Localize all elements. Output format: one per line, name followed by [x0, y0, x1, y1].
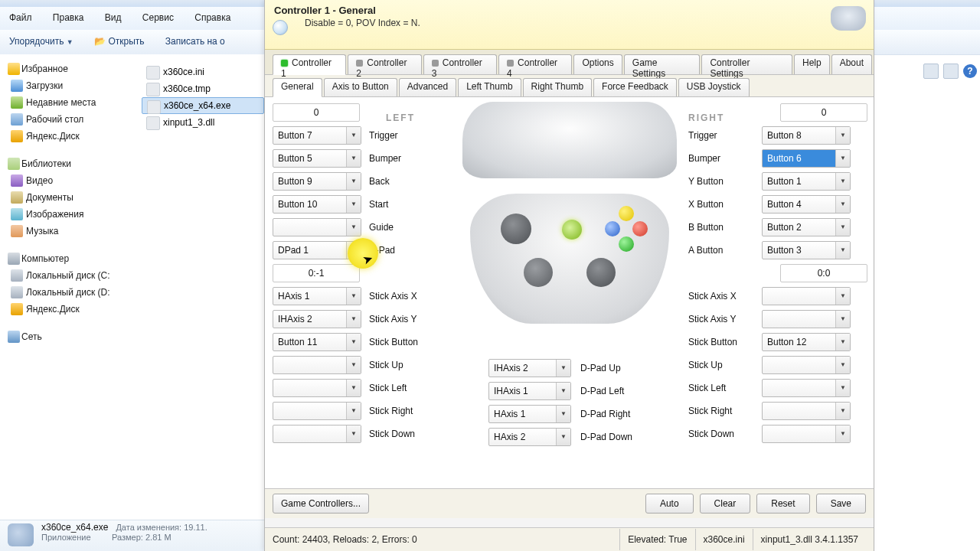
combo-left-stick-down[interactable]: ▼ [273, 425, 361, 443]
combo-right-stick-down[interactable]: ▼ [762, 425, 851, 443]
combo-left-stick-btn[interactable]: Button 11▼ [273, 333, 361, 351]
tab-controller-1[interactable]: Controller 1 [273, 54, 346, 75]
combo-a-button[interactable]: Button 3▼ [762, 241, 851, 259]
combo-dpad-down[interactable]: HAxis 2▼ [488, 428, 571, 446]
nav-documents[interactable]: Документы [0, 189, 142, 206]
combo-left-stick-left[interactable]: ▼ [273, 379, 361, 397]
nav-music[interactable]: Музыка [0, 223, 142, 240]
file-item[interactable]: x360ce.ini [142, 64, 264, 80]
combo-left-trigger[interactable]: Button 7▼ [273, 126, 361, 145]
nav-favorites[interactable]: Избранное [0, 60, 142, 77]
label-y-button: Y Button [688, 176, 754, 187]
combo-right-stick-x[interactable]: ▼ [762, 287, 851, 305]
save-button[interactable]: Save [816, 494, 866, 514]
clear-button[interactable]: Clear [700, 494, 751, 514]
tab-force-feedback[interactable]: Force Feedback [593, 78, 677, 96]
label-stick-button: Stick Button [369, 337, 418, 347]
tab-right-thumb[interactable]: Right Thumb [523, 78, 592, 96]
combo-right-trigger[interactable]: Button 8▼ [762, 126, 851, 145]
nav-videos[interactable]: Видео [0, 172, 142, 189]
nav-disk-d[interactable]: Локальный диск (D: [0, 284, 142, 301]
combo-left-stick-y[interactable]: IHAxis 2▼ [273, 310, 361, 328]
combo-right-stick-btn[interactable]: Button 12▼ [762, 333, 851, 351]
combo-start[interactable]: Button 10▼ [273, 195, 361, 214]
combo-right-stick-up[interactable]: ▼ [762, 356, 851, 374]
label-dpad-left: D-Pad Left [580, 386, 624, 396]
combo-right-stick-y[interactable]: ▼ [762, 310, 851, 328]
tab-about[interactable]: About [831, 54, 872, 74]
status-bar: Count: 24403, Reloads: 2, Errors: 0 Elev… [265, 527, 874, 551]
combo-right-bumper[interactable]: Button 6▼ [762, 149, 851, 168]
x360ce-window: Controller 1 - General Disable = 0, POV … [264, 0, 874, 551]
explorer-file-list[interactable]: x360ce.ini x360ce.tmp x360ce_x64.exe xin… [142, 54, 264, 538]
tab-controller-3[interactable]: Controller 3 [423, 54, 497, 74]
tab-game-settings[interactable]: Game Settings [624, 54, 701, 74]
nav-pictures[interactable]: Изображения [0, 206, 142, 223]
label-right-stick-right: Stick Right [688, 406, 754, 416]
label-a-button: A Button [688, 245, 754, 256]
tab-axis-to-button[interactable]: Axis to Button [324, 78, 397, 96]
combo-left-stick-right[interactable]: ▼ [273, 402, 361, 420]
menu-tools[interactable]: Сервис [133, 7, 183, 28]
explorer-nav-tree[interactable]: Избранное Загрузки Недавние места Рабочи… [0, 54, 142, 535]
menu-file[interactable]: Файл [0, 7, 41, 28]
nav-yandex-fav[interactable]: Яндекс.Диск [0, 128, 142, 145]
combo-right-stick-right[interactable]: ▼ [762, 402, 851, 420]
dpad-mapping-cluster: IHAxis 2▼D-Pad Up IHAxis 1▼D-Pad Left HA… [488, 359, 695, 451]
nav-desktop[interactable]: Рабочий стол [0, 111, 142, 128]
tab-usb-joystick[interactable]: USB Joystick [678, 78, 750, 96]
right-axis-indicator: 0:0 [780, 264, 867, 282]
combo-back[interactable]: Button 9▼ [273, 172, 361, 191]
left-column-header: LEFT [386, 112, 415, 123]
preview-pane-icon[interactable] [943, 64, 959, 79]
menu-edit[interactable]: Правка [44, 7, 93, 28]
combo-left-stick-x[interactable]: HAxis 1▼ [273, 287, 361, 305]
tab-controller-2[interactable]: Controller 2 [348, 54, 421, 74]
nav-downloads[interactable]: Загрузки [0, 77, 142, 94]
combo-x-button[interactable]: Button 4▼ [762, 195, 851, 214]
tab-advanced[interactable]: Advanced [399, 78, 456, 96]
combo-dpad-left[interactable]: IHAxis 1▼ [488, 382, 571, 400]
combo-left-bumper[interactable]: Button 5▼ [273, 149, 361, 168]
nav-recent[interactable]: Недавние места [0, 94, 142, 111]
combo-dpad-right[interactable]: HAxis 1▼ [488, 405, 571, 423]
toolbar-burn[interactable]: Записать на о [156, 30, 234, 53]
file-item[interactable]: xinput1_3.dll [142, 114, 264, 131]
nav-yandex-disk[interactable]: Яндекс.Диск [0, 301, 142, 318]
nav-disk-c[interactable]: Локальный диск (C: [0, 267, 142, 284]
toolbar-open[interactable]: 📂 Открыть [85, 30, 153, 53]
detail-filetype: Приложение [41, 533, 91, 542]
combo-dpad-up[interactable]: IHAxis 2▼ [488, 359, 571, 377]
reset-button[interactable]: Reset [756, 494, 809, 514]
file-item-selected[interactable]: x360ce_x64.exe [142, 97, 264, 114]
tab-general[interactable]: General [273, 78, 322, 97]
tab-left-thumb[interactable]: Left Thumb [458, 78, 521, 96]
dpad-icon [524, 258, 553, 287]
toolbar-organize[interactable]: Упорядочить ▼ [0, 30, 83, 53]
nav-network[interactable]: Сеть [0, 328, 142, 345]
combo-guide[interactable]: ▼ [273, 218, 361, 236]
help-icon[interactable]: ? [963, 64, 977, 78]
combo-left-stick-up[interactable]: ▼ [273, 356, 361, 374]
nav-libraries[interactable]: Библиотеки [0, 155, 142, 172]
controller-top-view [462, 102, 677, 178]
label-right-trigger: Trigger [688, 130, 754, 141]
file-item[interactable]: x360ce.tmp [142, 80, 264, 97]
combo-y-button[interactable]: Button 1▼ [762, 172, 851, 191]
tab-controller-4[interactable]: Controller 4 [498, 54, 572, 74]
auto-button[interactable]: Auto [645, 494, 694, 514]
view-mode-icon[interactable] [923, 64, 939, 79]
combo-right-stick-left[interactable]: ▼ [762, 379, 851, 397]
left-trigger-indicator: 0 [273, 103, 360, 122]
menu-view[interactable]: Вид [96, 7, 131, 28]
tab-controller-settings[interactable]: Controller Settings [701, 54, 792, 74]
label-start: Start [369, 199, 388, 210]
status-count: Count: 24403, Reloads: 2, Errors: 0 [273, 529, 619, 550]
tab-options[interactable]: Options [573, 54, 622, 74]
controller-tabs: Controller 1 Controller 2 Controller 3 C… [265, 50, 874, 75]
combo-b-button[interactable]: Button 2▼ [762, 218, 851, 236]
menu-help[interactable]: Справка [185, 7, 240, 28]
game-controllers-button[interactable]: Game Controllers... [273, 494, 369, 514]
tab-help[interactable]: Help [794, 54, 830, 74]
nav-computer[interactable]: Компьютер [0, 250, 142, 267]
